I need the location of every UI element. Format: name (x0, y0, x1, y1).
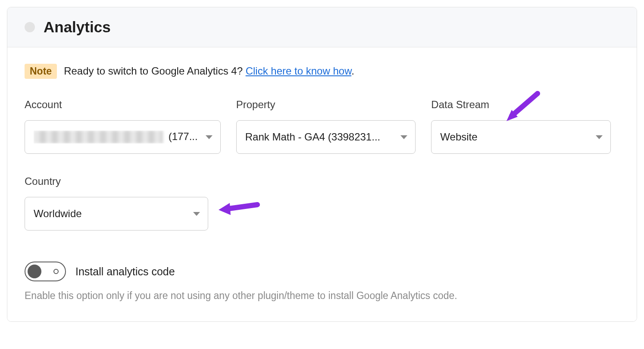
panel-body: Note Ready to switch to Google Analytics… (7, 47, 637, 321)
note-row: Note Ready to switch to Google Analytics… (25, 64, 619, 79)
country-value: Worldwide (34, 208, 185, 220)
toggle-description: Enable this option only if you are not u… (25, 290, 619, 302)
blurred-text-icon (34, 131, 163, 143)
data-stream-select[interactable]: Website (431, 120, 611, 154)
chevron-down-icon (596, 135, 603, 140)
analytics-panel: Analytics Note Ready to switch to Google… (7, 7, 637, 322)
data-stream-value: Website (440, 131, 588, 143)
note-badge: Note (25, 64, 57, 79)
toggle-label: Install analytics code (75, 265, 175, 278)
panel-header: Analytics (7, 7, 637, 47)
data-stream-field: Data Stream Website (431, 99, 611, 154)
panel-title: Analytics (44, 19, 111, 36)
country-label: Country (25, 175, 208, 187)
chevron-down-icon (206, 135, 213, 140)
country-field: Country Worldwide (25, 175, 208, 231)
account-value: (177... (34, 131, 198, 144)
toggle-section: Install analytics code Enable this optio… (25, 262, 619, 302)
account-field: Account (177... (25, 99, 221, 154)
country-select[interactable]: Worldwide (25, 197, 208, 231)
note-text-wrap: Ready to switch to Google Analytics 4? C… (64, 65, 354, 77)
toggle-knob-icon (28, 265, 41, 278)
account-select[interactable]: (177... (25, 120, 221, 154)
note-suffix: . (351, 65, 354, 77)
property-label: Property (236, 99, 416, 111)
property-select[interactable]: Rank Math - GA4 (3398231... (236, 120, 416, 154)
form-grid: Account (177... Property Rank Math - GA4… (25, 99, 611, 154)
chevron-down-icon (193, 212, 200, 216)
toggle-indicator-icon (53, 269, 59, 274)
account-label: Account (25, 99, 221, 111)
status-dot-icon (25, 22, 35, 32)
property-value: Rank Math - GA4 (3398231... (245, 131, 393, 143)
property-field: Property Rank Math - GA4 (3398231... (236, 99, 416, 154)
country-row: Country Worldwide (25, 175, 208, 231)
account-value-suffix: (177... (166, 131, 198, 142)
arrow-annotation-icon (214, 196, 262, 218)
note-link[interactable]: Click here to know how (246, 65, 351, 77)
data-stream-label: Data Stream (431, 99, 611, 111)
chevron-down-icon (400, 135, 407, 140)
install-analytics-toggle[interactable] (25, 262, 66, 281)
toggle-row: Install analytics code (25, 262, 619, 281)
note-text: Ready to switch to Google Analytics 4? (64, 65, 246, 77)
